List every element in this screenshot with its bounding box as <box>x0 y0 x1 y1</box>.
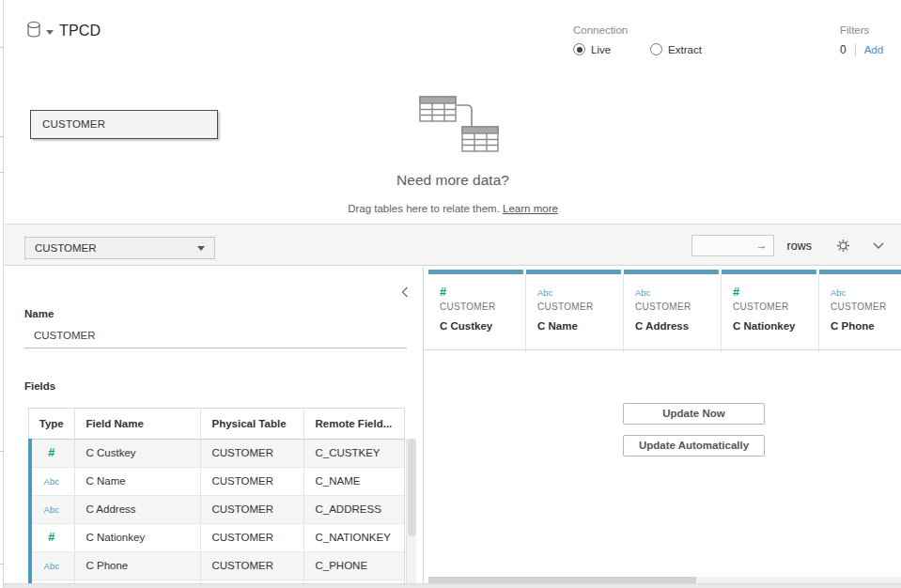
field-name-cell[interactable]: C Nationkey <box>74 523 200 551</box>
filters-group: Filters 0 Add <box>840 24 883 56</box>
physical-table-cell[interactable]: CUSTOMER <box>200 467 303 495</box>
connection-group: Connection Live Extract <box>573 24 702 55</box>
row-count-field[interactable]: → <box>691 235 774 256</box>
table-row[interactable]: # C Custkey CUSTOMER C_CUSTKEY <box>29 439 405 467</box>
grid-column-header[interactable]: Abc CUSTOMER C Name <box>526 270 624 352</box>
fields-vertical-scrollbar[interactable] <box>406 439 416 583</box>
physical-table-cell[interactable]: CUSTOMER <box>200 495 303 523</box>
field-type-icon: Abc <box>44 561 59 571</box>
selection-stripe <box>28 439 32 588</box>
data-source-page: TPCD Connection Live Extract Filters 0 A… <box>0 0 901 588</box>
table-selector-dropdown[interactable]: CUSTOMER <box>24 237 215 259</box>
pane-tick <box>0 564 4 565</box>
row-count-input[interactable] <box>692 236 773 255</box>
physical-table-cell[interactable]: CUSTOMER <box>200 551 303 580</box>
grid-column-header[interactable]: Abc CUSTOMER C Address <box>624 270 722 352</box>
field-name-cell[interactable]: C Address <box>74 495 200 523</box>
relationship-canvas[interactable]: CUSTOMER Need more data? Drag tab <box>5 83 901 224</box>
fields-table: Type Field Name Physical Table Remote Fi… <box>28 408 405 588</box>
table-node-customer[interactable]: CUSTOMER <box>30 110 218 139</box>
field-type-icon: Abc <box>537 287 552 298</box>
grid-column-header[interactable]: # CUSTOMER C Nationkey <box>722 270 819 352</box>
physical-table-cell[interactable]: CUSTOMER <box>200 523 303 551</box>
datasource-menu-button[interactable] <box>26 21 54 42</box>
field-type-icon: # <box>48 446 54 459</box>
learn-more-link[interactable]: Learn more <box>503 203 558 214</box>
field-type-icon: Abc <box>831 287 846 298</box>
rows-label: rows <box>787 240 812 253</box>
collapse-panel-button[interactable] <box>399 283 411 303</box>
update-automatically-button[interactable]: Update Automatically <box>623 435 765 456</box>
pane-tick <box>0 451 4 452</box>
grid-column-header[interactable]: # CUSTOMER C Custkey <box>428 270 526 352</box>
column-table-name: CUSTOMER <box>440 302 525 312</box>
field-name-cell[interactable]: C Phone <box>74 551 200 580</box>
database-icon <box>26 21 42 42</box>
collapse-grid-button[interactable] <box>873 242 884 250</box>
update-now-button[interactable]: Update Now <box>623 403 765 425</box>
left-pane-edge[interactable] <box>0 0 4 588</box>
column-field-name: C Phone <box>831 320 901 332</box>
remote-field-cell[interactable]: C_CUSTKEY <box>303 439 405 467</box>
column-header-physical-table[interactable]: Physical Table <box>200 409 303 439</box>
table-icon <box>462 127 498 151</box>
grid-settings-button[interactable] <box>836 239 850 253</box>
column-table-name: CUSTOMER <box>537 302 623 312</box>
remote-field-cell[interactable]: C_ADDRESS <box>303 495 405 523</box>
radio-extract-label[interactable]: Extract <box>668 44 702 55</box>
field-type-icon: # <box>733 286 739 299</box>
column-field-name: C Address <box>635 320 721 332</box>
pane-tick <box>0 47 4 48</box>
field-type-cell[interactable]: Abc <box>29 495 74 523</box>
filters-count: 0 <box>840 43 847 56</box>
table-row[interactable]: Abc C Name CUSTOMER C_NAME <box>29 467 405 495</box>
physical-table-cell[interactable]: CUSTOMER <box>200 439 303 467</box>
pane-tick <box>0 172 4 173</box>
field-type-cell[interactable]: Abc <box>29 467 74 495</box>
header: TPCD Connection Live Extract Filters 0 A… <box>5 0 901 83</box>
field-name-cell[interactable]: C Name <box>74 467 200 495</box>
table-row[interactable]: Abc C Address CUSTOMER C_ADDRESS <box>29 495 405 523</box>
name-input[interactable]: CUSTOMER <box>34 330 96 341</box>
pane-tick <box>0 136 4 137</box>
remote-field-cell[interactable]: C_NAME <box>303 467 405 495</box>
remote-field-cell[interactable]: C_NATIONKEY <box>303 523 405 551</box>
field-type-icon: # <box>440 286 446 299</box>
empty-state-title: Need more data? <box>5 172 901 189</box>
column-header-field-name[interactable]: Field Name <box>74 409 200 439</box>
relate-tables-illustration <box>416 94 503 158</box>
table-row[interactable]: # C Nationkey CUSTOMER C_NATIONKEY <box>29 523 405 551</box>
field-type-cell[interactable]: # <box>29 439 74 467</box>
field-type-cell[interactable]: Abc <box>29 551 74 580</box>
input-underline <box>24 348 407 348</box>
bottom-panel: Name CUSTOMER Fields Type Field Name Phy… <box>5 267 901 588</box>
column-header-type[interactable]: Type <box>29 409 74 439</box>
divider <box>855 43 856 56</box>
column-field-name: C Nationkey <box>733 320 818 332</box>
name-label: Name <box>24 308 54 319</box>
caret-down-icon <box>197 246 205 251</box>
connection-label: Connection <box>573 24 702 36</box>
column-table-name: CUSTOMER <box>733 302 818 312</box>
empty-state-hint: Drag tables here to relate them. Learn m… <box>5 203 901 214</box>
radio-live-label[interactable]: Live <box>591 44 611 55</box>
grid-toolbar: CUSTOMER → rows <box>5 224 901 266</box>
column-table-name: CUSTOMER <box>831 302 901 312</box>
radio-live[interactable] <box>573 43 585 55</box>
field-type-icon: # <box>48 531 54 544</box>
field-type-cell[interactable]: # <box>29 523 74 551</box>
add-filter-link[interactable]: Add <box>864 44 883 55</box>
bottom-scrollbar-track[interactable] <box>0 583 901 588</box>
caret-down-icon <box>46 30 54 35</box>
field-type-icon: Abc <box>44 504 59 515</box>
column-field-name: C Custkey <box>440 320 525 332</box>
grid-header-border <box>424 349 901 350</box>
radio-extract[interactable] <box>650 43 662 55</box>
chevron-left-icon <box>401 286 409 298</box>
remote-field-cell[interactable]: C_PHONE <box>303 551 405 580</box>
grid-column-header[interactable]: Abc CUSTOMER C Phone <box>819 270 901 352</box>
column-header-remote-field[interactable]: Remote Field... <box>303 409 405 439</box>
scrollbar-thumb[interactable] <box>408 439 416 536</box>
field-name-cell[interactable]: C Custkey <box>74 439 200 467</box>
table-row[interactable]: Abc C Phone CUSTOMER C_PHONE <box>29 551 405 580</box>
